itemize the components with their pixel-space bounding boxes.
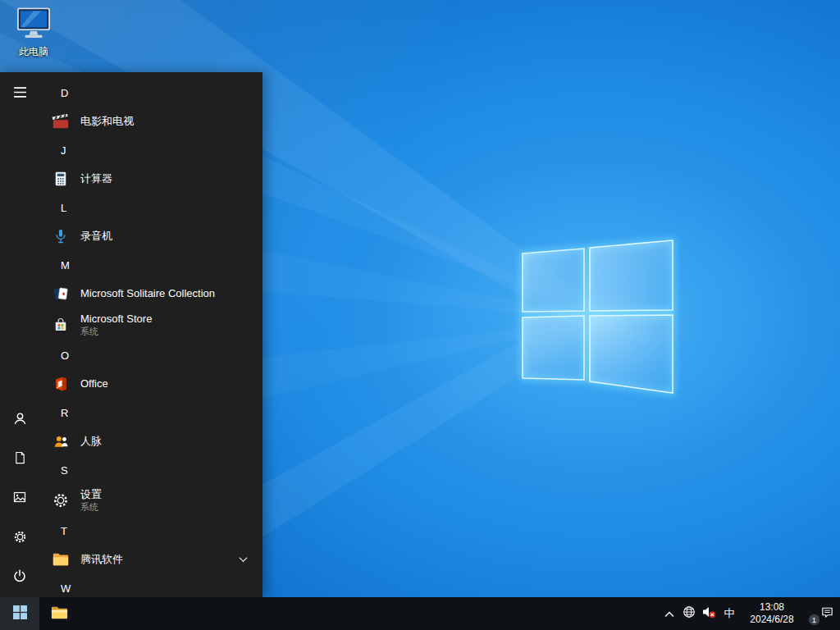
- app-item-labels: 设置系统: [80, 489, 102, 513]
- network-globe-icon: [682, 605, 696, 622]
- hamburger-icon: [13, 85, 27, 103]
- app-item-label: Microsoft Solitaire Collection: [80, 288, 215, 300]
- document-icon: [14, 451, 26, 468]
- rail-menu-button[interactable]: [0, 74, 39, 113]
- desktop-icon-this-pc[interactable]: 此电脑: [8, 7, 59, 59]
- tray-clock-button[interactable]: 13:08 2024/6/28: [740, 597, 804, 630]
- app-item-label: 设置: [80, 489, 102, 501]
- notification-badge: 1: [808, 614, 820, 626]
- section-letter-d[interactable]: D: [39, 79, 262, 107]
- user-icon: [13, 412, 27, 429]
- tray-action-center-button[interactable]: 1: [804, 597, 840, 630]
- section-letter-o[interactable]: O: [39, 341, 262, 369]
- taskbar-file-explorer-button[interactable]: [39, 597, 79, 630]
- rail-documents-button[interactable]: [0, 440, 39, 479]
- rail-user-button[interactable]: [0, 400, 39, 440]
- section-letter-m[interactable]: M: [39, 251, 262, 279]
- chevron-down-icon[interactable]: [239, 556, 248, 563]
- section-letter-l[interactable]: L: [39, 194, 262, 221]
- file-explorer-icon: [50, 603, 69, 625]
- tray-volume-button[interactable]: [699, 597, 719, 630]
- app-item-label: 计算器: [80, 173, 112, 185]
- windows-logo-icon: [13, 605, 27, 623]
- settings-icon: [51, 491, 71, 510]
- tray-network-button[interactable]: [679, 597, 699, 630]
- section-letter-r[interactable]: R: [39, 399, 262, 427]
- voice-recorder-icon: [51, 226, 71, 246]
- app-item-labels: 电影和电视: [80, 116, 134, 128]
- clock-date: 2024/6/28: [750, 614, 793, 626]
- volume-muted-icon: [701, 605, 716, 622]
- desktop: 此电脑 D电影和电视J计算器L录音机MMicrosoft Solitaire C…: [0, 0, 840, 630]
- gear-icon: [13, 530, 27, 547]
- start-rail: [0, 72, 39, 597]
- solitaire-icon: [51, 284, 71, 304]
- app-item-label: 录音机: [80, 231, 112, 243]
- rail-pictures-button[interactable]: [0, 479, 39, 518]
- app-item-movies-tv[interactable]: 电影和电视: [39, 107, 262, 136]
- app-item-settings[interactable]: 设置系统: [39, 484, 262, 517]
- ime-label: 中: [724, 606, 735, 621]
- app-item-store[interactable]: Microsoft Store系统: [39, 308, 262, 341]
- folder-icon: [51, 550, 71, 569]
- taskbar: 中 13:08 2024/6/28 1: [0, 597, 840, 630]
- app-item-voice-recorder[interactable]: 录音机: [39, 221, 262, 251]
- app-item-folder[interactable]: 腾讯软件: [39, 545, 262, 574]
- system-tray: 中 13:08 2024/6/28 1: [660, 597, 840, 630]
- start-app-list: D电影和电视J计算器L录音机MMicrosoft Solitaire Colle…: [39, 72, 262, 597]
- desktop-icon-label: 此电脑: [19, 45, 48, 59]
- action-center-icon: [820, 605, 834, 623]
- app-item-labels: Microsoft Solitaire Collection: [80, 288, 215, 300]
- tray-show-hidden-icons-button[interactable]: [660, 597, 679, 630]
- office-icon: [51, 374, 71, 394]
- section-letter-s[interactable]: S: [39, 456, 262, 484]
- app-item-labels: 腾讯软件: [80, 554, 123, 566]
- pictures-icon: [13, 491, 26, 507]
- section-letter-j[interactable]: J: [39, 136, 262, 164]
- store-icon: [51, 315, 71, 335]
- section-letter-w[interactable]: W: [39, 574, 262, 597]
- app-item-label: 人脉: [80, 436, 102, 448]
- app-item-solitaire[interactable]: Microsoft Solitaire Collection: [39, 279, 262, 308]
- app-item-people[interactable]: 人脉: [39, 427, 262, 456]
- chevron-up-icon: [664, 606, 674, 621]
- app-item-labels: Office: [80, 378, 108, 390]
- rail-power-button[interactable]: [0, 558, 39, 597]
- app-item-labels: 计算器: [80, 173, 112, 185]
- people-icon: [51, 431, 71, 451]
- app-item-calculator[interactable]: 计算器: [39, 164, 262, 194]
- app-item-label: 腾讯软件: [80, 554, 123, 566]
- tray-ime-button[interactable]: 中: [719, 597, 740, 630]
- app-item-label: Microsoft Store: [80, 313, 152, 326]
- rail-settings-button[interactable]: [0, 518, 39, 558]
- clock-time: 13:08: [760, 601, 784, 614]
- app-item-label: 电影和电视: [80, 116, 134, 128]
- calculator-icon: [51, 169, 71, 189]
- app-item-labels: 录音机: [80, 231, 112, 243]
- app-item-office[interactable]: Office: [39, 369, 262, 399]
- power-icon: [13, 569, 26, 586]
- start-button[interactable]: [0, 597, 39, 630]
- app-item-labels: Microsoft Store系统: [80, 313, 152, 337]
- app-item-sublabel: 系统: [80, 502, 102, 513]
- start-menu: D电影和电视J计算器L录音机MMicrosoft Solitaire Colle…: [0, 72, 262, 597]
- movies-tv-icon: [51, 112, 71, 131]
- this-pc-icon: [15, 7, 52, 44]
- app-item-labels: 人脉: [80, 436, 102, 448]
- app-item-sublabel: 系统: [80, 326, 152, 337]
- section-letter-t[interactable]: T: [39, 517, 262, 545]
- app-item-label: Office: [80, 378, 108, 390]
